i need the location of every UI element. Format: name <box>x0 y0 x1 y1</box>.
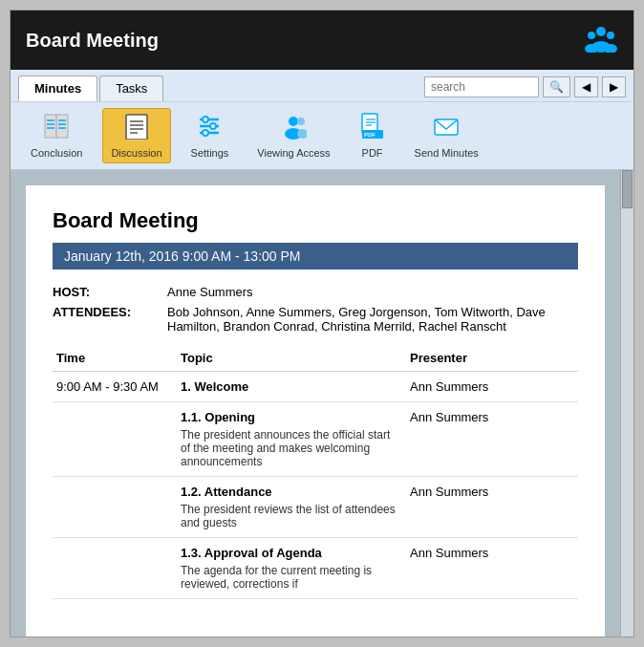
doc-meta: HOST: Anne Summers ATTENDEES: Bob Johnso… <box>53 285 578 334</box>
svg-point-1 <box>588 32 595 39</box>
scrollbar[interactable] <box>620 170 633 636</box>
app-window: Board Meeting Minutes Tasks 🔍 ◀ <box>10 10 634 637</box>
toolbar-conclusion[interactable]: Conclusion <box>22 108 91 163</box>
row-time <box>53 402 177 477</box>
conclusion-label: Conclusion <box>31 147 82 159</box>
toolbar-send-minutes[interactable]: Send Minutes <box>406 108 487 163</box>
toolbar-discussion[interactable]: Discussion <box>102 108 170 163</box>
row-topic: 1. Welcome <box>177 372 406 402</box>
svg-point-23 <box>210 123 216 129</box>
svg-point-22 <box>203 117 208 122</box>
nav-forward-button[interactable]: ▶ <box>602 76 626 97</box>
toolbar-icons-row: Conclusion Discussion <box>11 101 633 169</box>
attendees-row: ATTENDEES: Bob Johnson, Anne Summers, Gr… <box>53 305 578 334</box>
viewing-access-label: Viewing Access <box>257 147 330 159</box>
viewing-access-icon <box>280 113 307 143</box>
tabs-container: Minutes Tasks <box>18 75 163 101</box>
pdf-label: PDF <box>362 147 383 159</box>
topic-desc: The president announces the official sta… <box>181 428 402 468</box>
col-header-topic: Topic <box>177 345 406 372</box>
row-topic: 1.2. AttendanceThe president reviews the… <box>177 477 406 538</box>
discussion-icon <box>123 113 150 143</box>
send-minutes-icon <box>433 113 460 143</box>
settings-label: Settings <box>191 147 229 159</box>
toolbar-viewing-access[interactable]: Viewing Access <box>248 108 338 163</box>
toolbar-area: Minutes Tasks 🔍 ◀ ▶ <box>11 70 633 170</box>
svg-point-25 <box>289 117 298 126</box>
doc-title: Board Meeting <box>53 208 578 233</box>
document: Board Meeting January 12th, 2016 9:00 AM… <box>26 185 605 636</box>
row-presenter: Ann Summers <box>406 477 578 538</box>
row-topic: 1.1. OpeningThe president announces the … <box>177 402 406 477</box>
col-header-presenter: Presenter <box>406 345 578 372</box>
header: Board Meeting <box>11 11 633 70</box>
settings-icon <box>196 113 223 143</box>
content-area: Board Meeting January 12th, 2016 9:00 AM… <box>11 170 633 636</box>
table-row: 1.1. OpeningThe president announces the … <box>53 402 578 477</box>
attendees-label: ATTENDEES: <box>53 305 167 334</box>
nav-back-button[interactable]: ◀ <box>574 76 598 97</box>
row-time <box>53 477 177 538</box>
topic-title: 1. Welcome <box>181 379 402 394</box>
toolbar-pdf[interactable]: PDF PDF <box>351 108 395 163</box>
topic-title: 1.1. Opening <box>181 410 402 424</box>
row-presenter: Ann Summers <box>406 372 578 402</box>
host-label: HOST: <box>53 285 167 299</box>
topic-title: 1.3. Approval of Agenda <box>181 546 402 560</box>
col-header-time: Time <box>53 345 177 372</box>
svg-point-0 <box>596 27 606 36</box>
search-button[interactable]: 🔍 <box>543 76 570 97</box>
svg-rect-14 <box>126 115 147 140</box>
tabs-row: Minutes Tasks 🔍 ◀ ▶ <box>11 70 633 101</box>
toolbar-settings[interactable]: Settings <box>182 108 238 163</box>
tab-tasks[interactable]: Tasks <box>99 75 163 101</box>
discussion-label: Discussion <box>111 147 161 159</box>
scrollbar-track <box>621 170 633 636</box>
page-title: Board Meeting <box>26 30 159 52</box>
search-input[interactable] <box>424 76 539 97</box>
svg-rect-7 <box>56 115 68 138</box>
host-value: Anne Summers <box>167 285 253 299</box>
svg-point-2 <box>607 32 614 39</box>
pdf-icon: PDF <box>359 113 386 143</box>
table-row: 1.3. Approval of AgendaThe agenda for th… <box>53 538 578 599</box>
topic-desc: The president reviews the list of attend… <box>181 503 402 529</box>
svg-text:PDF: PDF <box>364 132 376 138</box>
svg-point-24 <box>203 130 208 136</box>
topic-desc: The agenda for the current meeting is re… <box>181 564 402 591</box>
svg-rect-6 <box>45 115 56 138</box>
app-logo-icon <box>584 22 618 58</box>
row-presenter: Ann Summers <box>406 538 578 599</box>
agenda-table: Time Topic Presenter 9:00 AM - 9:30 AM1.… <box>53 345 578 599</box>
tab-minutes[interactable]: Minutes <box>18 75 97 101</box>
row-topic: 1.3. Approval of AgendaThe agenda for th… <box>177 538 406 599</box>
row-time: 9:00 AM - 9:30 AM <box>53 372 177 402</box>
doc-date-bar: January 12th, 2016 9:00 AM - 13:00 PM <box>53 243 578 270</box>
attendees-value: Bob Johnson, Anne Summers, Greg Jorgenso… <box>167 305 578 334</box>
table-row: 1.2. AttendanceThe president reviews the… <box>53 477 578 538</box>
search-area: 🔍 ◀ ▶ <box>424 76 626 101</box>
topic-title: 1.2. Attendance <box>181 485 402 499</box>
svg-point-27 <box>297 118 305 125</box>
table-row: 9:00 AM - 9:30 AM1. WelcomeAnn Summers <box>53 372 578 402</box>
send-minutes-label: Send Minutes <box>415 147 479 159</box>
scrollbar-thumb[interactable] <box>622 170 633 208</box>
conclusion-icon <box>43 113 70 143</box>
document-scroll[interactable]: Board Meeting January 12th, 2016 9:00 AM… <box>11 170 620 636</box>
row-time <box>53 538 177 599</box>
host-row: HOST: Anne Summers <box>53 285 578 299</box>
row-presenter: Ann Summers <box>406 402 578 477</box>
